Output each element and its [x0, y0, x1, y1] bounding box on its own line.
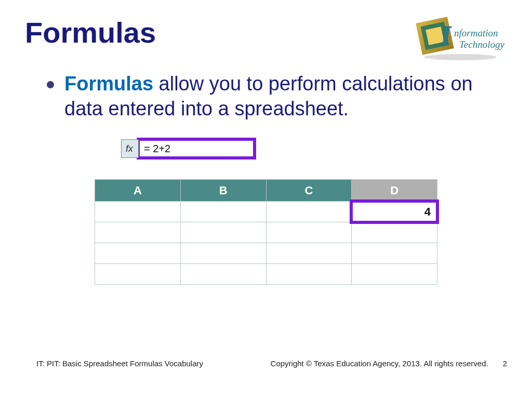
col-header-a: A: [95, 180, 181, 202]
cell: [95, 202, 181, 222]
col-header-c: C: [266, 180, 352, 202]
cell: [95, 243, 181, 264]
formula-input-highlight: = 2+2: [137, 138, 256, 159]
footer-page-number: 2: [503, 359, 507, 368]
slide-footer: IT: PIT: Basic Spreadsheet Formulas Voca…: [36, 359, 507, 368]
bullet-text: Formulas allow you to perform calculatio…: [64, 72, 507, 121]
cell: [352, 222, 437, 243]
fx-label: fx: [121, 139, 139, 158]
col-header-b: B: [180, 180, 266, 202]
bullet-item: Formulas allow you to perform calculatio…: [25, 72, 507, 121]
svg-point-6: [424, 54, 497, 60]
cell: [180, 202, 266, 222]
cell: [95, 264, 181, 285]
cell: [180, 222, 266, 243]
footer-copyright: Copyright © Texas Education Agency, 2013…: [271, 359, 488, 368]
spreadsheet-table: A B C D 4: [95, 179, 437, 285]
cell: [95, 222, 181, 243]
svg-text:I: I: [440, 21, 452, 50]
formula-bar: fx = 2+2: [121, 138, 507, 159]
cell: [266, 222, 352, 243]
slide-title: Formulas: [25, 16, 156, 49]
footer-left: IT: PIT: Basic Spreadsheet Formulas Voca…: [36, 359, 203, 368]
cell: [266, 202, 352, 222]
col-header-d: D: [352, 180, 437, 202]
it-logo: I nformation Technology: [414, 16, 507, 62]
cell: [266, 264, 352, 285]
bullet-highlight: Formulas: [64, 73, 153, 95]
bullet-dot-icon: [47, 81, 54, 88]
cell: [352, 243, 437, 264]
cell: [180, 264, 266, 285]
svg-text:nformation: nformation: [454, 28, 498, 38]
svg-text:Technology: Technology: [459, 39, 504, 50]
result-cell: 4: [352, 202, 437, 222]
cell: [266, 243, 352, 264]
cell: [352, 264, 437, 285]
result-cell-highlight: 4: [350, 200, 439, 224]
cell: [180, 243, 266, 264]
